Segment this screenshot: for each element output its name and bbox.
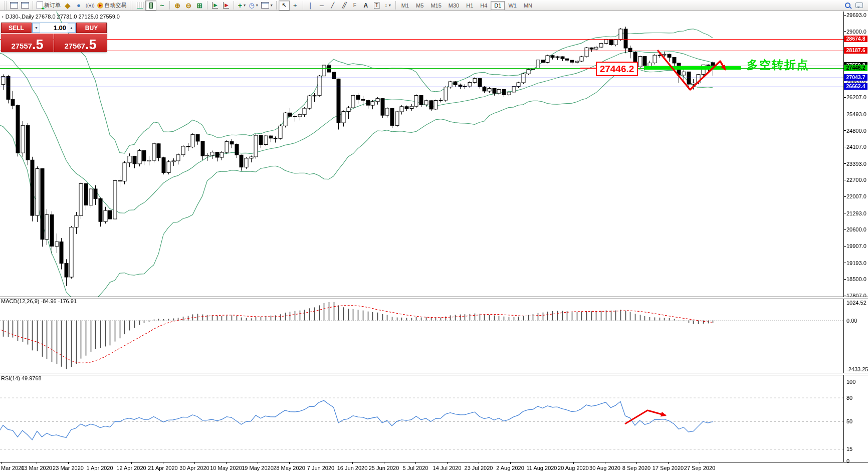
rsi-panel-canvas[interactable] [0,375,844,462]
date-axis-label: 21 Apr 2020 [148,465,177,471]
date-axis-tick [573,462,574,464]
timeframe-button-d1[interactable]: D1 [491,1,505,10]
date-axis-tick [68,462,69,464]
main-chart-canvas[interactable] [0,12,844,297]
down-arrow-icon: ▼ [35,26,38,30]
chevron-down-icon: ▾ [389,3,391,8]
price-badge-27446.2: 27446.2 [844,65,867,71]
cursor-tool-button[interactable]: ↖ [279,1,290,11]
sell-price-fraction: .5 [32,39,44,51]
zoom-out-icon: ⊖ [186,2,192,10]
chart-shift-button[interactable]: ▶ [221,1,232,11]
date-axis-tick [194,462,195,464]
date-axis-label: 2 Aug 2020 [496,465,524,471]
periods-button[interactable]: ◷▾ [247,1,259,11]
crosshair-tool-button[interactable]: + [290,1,301,11]
new-chart-icon [10,2,18,9]
line-chart-icon: ~ [160,2,164,10]
date-axis-tick [479,462,479,464]
timeframe-button-w1[interactable]: W1 [505,1,520,10]
sell-button[interactable]: SELL [1,23,32,33]
vertical-line-icon: │ [309,3,312,9]
new-order-button[interactable]: 新订单 [35,1,62,11]
trade-panel-row: SELL ▼ ▲ BUY [1,23,107,33]
trade-panel-prices: 27557 .5 27567 .5 [1,34,107,52]
fibonacci-tool-button[interactable]: F [349,1,360,11]
candlestick-mode-button[interactable] [145,1,156,11]
bar-chart-icon [137,2,143,9]
volume-stepper: ▼ ▲ [32,23,76,33]
search-icon[interactable] [845,3,850,8]
templates-button[interactable]: ▾ [260,1,274,11]
buy-price-display[interactable]: 27567 .5 [54,34,107,52]
macd-axis-label: -2433.25 [846,366,868,372]
indicators-button[interactable]: +▾ [236,1,247,11]
timeframe-button-mn[interactable]: MN [520,1,536,10]
macd-panel-canvas[interactable] [0,299,844,373]
zoom-in-icon: ⊕ [175,2,181,10]
buy-button[interactable]: BUY [76,23,107,33]
tile-windows-button[interactable]: ⊞ [194,1,205,11]
volume-input[interactable] [40,23,68,33]
price-badge-28187.6: 28187.6 [844,47,867,54]
timeframe-button-m30[interactable]: M30 [445,1,463,10]
tile-windows-icon: ⊞ [197,2,203,10]
signals-button[interactable]: ((●)) [84,1,96,11]
horizontal-line-tool-button[interactable]: ─ [316,1,327,11]
bar-chart-mode-button[interactable] [134,1,145,11]
line-chart-mode-button[interactable]: ~ [156,1,167,11]
date-axis-label: 27 Sep 2020 [684,465,715,471]
vertical-line-tool-button[interactable]: │ [305,1,316,11]
toolbar-separator [303,1,303,10]
template-icon [261,2,269,9]
date-axis-tick [37,462,37,464]
profiles-button[interactable] [20,1,31,11]
label-tool-button[interactable]: T [371,1,382,11]
zoom-in-button[interactable]: ⊕ [172,1,183,11]
green-highlight-band[interactable] [644,66,741,70]
price-axis-label: 20600.0 [846,226,866,232]
volume-increase-button[interactable]: ▲ [68,23,75,33]
market-watch-button[interactable]: ● [73,1,84,11]
crosshair-icon: + [293,2,297,9]
date-axis-tick [668,462,669,464]
timeframe-button-m5[interactable]: M5 [412,1,427,10]
timeframe-button-h1[interactable]: H1 [463,1,477,10]
trendline-tool-button[interactable]: ╱ [327,1,338,11]
chevron-down-icon: ▾ [244,3,246,8]
panel-divider[interactable] [0,373,868,375]
date-axis-label: 30 Aug 2020 [589,465,620,471]
timeframe-button-h4[interactable]: H4 [477,1,491,10]
new-chart-button[interactable] [9,1,20,11]
chat-icon[interactable] [855,3,863,8]
price-axis-label: 26207.0 [846,94,866,100]
text-tool-button[interactable]: A [360,1,371,11]
price-axis-label: 29000.0 [846,29,866,35]
zoom-out-button[interactable]: ⊖ [183,1,194,11]
level-price-box[interactable]: 27446.2 [596,62,638,76]
toolbar-separator [33,1,33,10]
arrows-tool-button[interactable]: ↕▾ [382,1,393,11]
chevron-down-icon: ▾ [256,3,258,8]
mt4-trading-terminal: { "toolbar": { "new_order_label": "新订单",… [0,0,868,474]
rsi-axis-label: 15 [846,446,852,452]
volume-decrease-button[interactable]: ▼ [33,23,40,33]
price-axis-label: 25493.0 [846,111,866,117]
date-axis-label: 7 Jun 2020 [307,465,334,471]
price-badge-26662.4: 26662.4 [844,83,867,90]
panel-divider[interactable] [0,297,868,299]
timeframe-button-m1[interactable]: M1 [398,1,412,10]
sell-price-main: 27557 [11,41,32,51]
autotrading-button[interactable]: ▶ 自动交易 [96,1,128,11]
rsi-axis-label: 50 [846,418,852,424]
history-center-button[interactable]: ◆ [62,1,73,11]
candlestick-icon [149,3,153,9]
timeframe-toolbar: M1M5M15M30H1H4D1W1MN [398,1,536,10]
date-axis-tick [1,462,2,464]
channel-tool-button[interactable]: ╱ [338,1,349,11]
timeframe-button-m15[interactable]: M15 [427,1,445,10]
auto-scroll-button[interactable]: ▶ [209,1,221,11]
sell-price-display[interactable]: 27557 .5 [1,34,54,52]
up-arrow-icon: ▲ [70,26,73,30]
buy-price-fraction: .5 [85,39,97,51]
